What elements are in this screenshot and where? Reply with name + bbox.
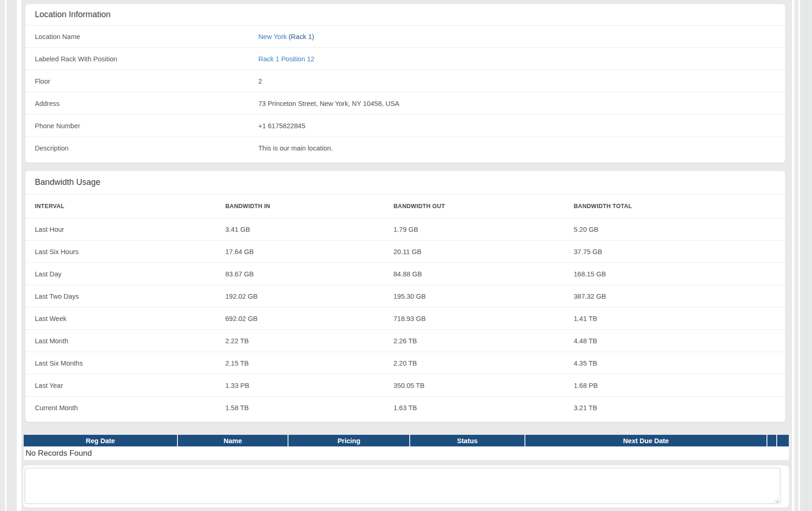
info-row-location-name: Location Name New York(Rack 1): [26, 26, 785, 48]
bandwidth-row-last-month: Last Month 2.22 TB 2.26 TB 4.48 TB: [26, 330, 785, 352]
info-label: Labeled Rack With Position: [35, 55, 258, 63]
location-information-header: Location Information: [26, 4, 785, 26]
services-col-reg-date[interactable]: Reg Date: [24, 435, 177, 446]
info-value: 2: [258, 78, 262, 85]
bw-out: 718.93 GB: [393, 315, 574, 322]
bw-in: 2.22 TB: [225, 337, 393, 345]
page-edge-strip-left-outer: [5, 0, 7, 511]
page-edge-strip-right-middle: [799, 0, 800, 511]
info-value: This is our main location.: [258, 144, 333, 152]
notes-textarea[interactable]: [25, 468, 780, 504]
bw-in: 83.67 GB: [225, 270, 393, 278]
location-information-title: Location Information: [35, 10, 111, 20]
bandwidth-row-last-six-months: Last Six Months 2.15 TB 2.20 TB 4.35 TB: [26, 352, 785, 374]
no-records-found-text: No Records Found: [26, 449, 92, 458]
bandwidth-usage-header: Bandwidth Usage: [26, 171, 785, 194]
bw-in: 3.41 GB: [225, 226, 393, 233]
bw-interval: Last Month: [35, 337, 225, 345]
location-information-card: Location Information Location Name New Y…: [26, 4, 785, 163]
bandwidth-row-last-hour: Last Hour 3.41 GB 1.79 GB 5.20 GB: [26, 218, 785, 241]
info-value: +1 6175822845: [258, 122, 305, 130]
bandwidth-row-last-year: Last Year 1.33 PB 350.05 TB 1.68 PB: [26, 374, 785, 397]
bandwidth-row-current-month: Current Month 1.58 TB 1.63 TB 3.21 TB: [26, 397, 785, 419]
bw-in: 192.02 GB: [225, 293, 393, 300]
info-row-description: Description This is our main location.: [26, 137, 785, 159]
bw-out: 350.05 TB: [393, 382, 574, 389]
info-row-rack-position: Labeled Rack With Position Rack 1 Positi…: [26, 48, 785, 70]
bw-in: 2.15 TB: [225, 360, 393, 367]
bandwidth-usage-title: Bandwidth Usage: [35, 177, 100, 187]
bandwidth-row-last-two-days: Last Two Days 192.02 GB 195.30 GB 387.32…: [26, 285, 785, 308]
bw-out: 20.11 GB: [393, 248, 574, 256]
bw-in: 1.58 TB: [225, 404, 393, 412]
info-label: Address: [35, 100, 258, 107]
location-rack-text[interactable]: (Rack 1): [288, 33, 314, 40]
bw-col-header-in: BANDWIDTH IN: [225, 203, 393, 210]
bw-out: 2.26 TB: [393, 337, 574, 345]
bw-total: 37.75 GB: [574, 248, 776, 256]
bw-total: 4.35 TB: [574, 360, 776, 367]
bandwidth-usage-card: Bandwidth Usage INTERVAL BANDWIDTH IN BA…: [26, 171, 785, 422]
bandwidth-row-last-six-hours: Last Six Hours 17.64 GB 20.11 GB 37.75 G…: [26, 241, 785, 263]
info-row-address: Address 73 Princeton Street, New York, N…: [26, 92, 785, 115]
bw-in: 1.33 PB: [225, 382, 393, 389]
services-table-header: Reg Date Name Pricing Status Next Due Da…: [24, 435, 789, 446]
location-name-link[interactable]: New York(Rack 1): [258, 33, 314, 40]
bandwidth-row-last-day: Last Day 83.67 GB 84.88 GB 168.15 GB: [26, 263, 785, 285]
bw-out: 195.30 GB: [393, 293, 574, 300]
bw-out: 2.20 TB: [393, 360, 574, 367]
page-scrollbar-track: [804, 0, 809, 511]
bw-total: 4.48 TB: [574, 337, 776, 345]
rack-position-link[interactable]: Rack 1 Position 12: [258, 55, 314, 63]
bw-in: 692.02 GB: [225, 315, 393, 322]
services-empty-row: No Records Found: [24, 446, 789, 460]
bandwidth-column-headers: INTERVAL BANDWIDTH IN BANDWIDTH OUT BAND…: [26, 194, 785, 218]
bw-total: 168.15 GB: [574, 270, 776, 278]
page-edge-strip-left-inner: [17, 0, 21, 511]
info-label: Floor: [35, 78, 258, 85]
services-col-name[interactable]: Name: [178, 435, 288, 446]
bw-out: 84.88 GB: [393, 270, 574, 278]
bw-col-header-total: BANDWIDTH TOTAL: [574, 203, 776, 210]
info-row-floor: Floor 2: [26, 70, 785, 92]
bw-in: 17.64 GB: [225, 248, 393, 256]
notes-panel: [23, 465, 789, 507]
services-col-next-due-date[interactable]: Next Due Date: [525, 435, 766, 446]
bw-out: 1.63 TB: [393, 404, 574, 412]
bw-interval: Last Hour: [35, 226, 225, 233]
info-value: 73 Princeton Street, New York, NY 10458,…: [258, 100, 399, 107]
page-edge-strip-right-inner: [792, 0, 794, 511]
info-row-phone: Phone Number +1 6175822845: [26, 115, 785, 137]
bw-col-header-interval: INTERVAL: [35, 203, 225, 210]
bw-interval: Last Two Days: [35, 293, 225, 300]
main-content: Location Information Location Name New Y…: [23, 0, 789, 507]
bw-total: 387.32 GB: [574, 293, 776, 300]
services-col-status[interactable]: Status: [410, 435, 524, 446]
services-col-extra-2[interactable]: [777, 435, 789, 446]
bw-interval: Last Six Months: [35, 360, 225, 367]
bw-total: 5.20 GB: [574, 226, 776, 233]
info-label: Phone Number: [35, 122, 258, 130]
bw-total: 3.21 TB: [574, 404, 776, 412]
services-col-extra-1[interactable]: [767, 435, 776, 446]
bw-interval: Last Year: [35, 382, 225, 389]
info-label: Description: [35, 144, 258, 152]
bw-col-header-out: BANDWIDTH OUT: [393, 203, 574, 210]
bw-interval: Last Six Hours: [35, 248, 225, 256]
bw-interval: Last Day: [35, 270, 225, 278]
bw-interval: Last Week: [35, 315, 225, 322]
bw-total: 1.68 PB: [574, 382, 776, 389]
services-col-pricing[interactable]: Pricing: [288, 435, 409, 446]
bw-total: 1.41 TB: [574, 315, 776, 322]
bw-out: 1.79 GB: [393, 226, 574, 233]
location-name-text[interactable]: New York: [258, 33, 287, 40]
bw-interval: Current Month: [35, 404, 225, 412]
bandwidth-row-last-week: Last Week 692.02 GB 718.93 GB 1.41 TB: [26, 308, 785, 330]
info-label: Location Name: [35, 33, 258, 40]
